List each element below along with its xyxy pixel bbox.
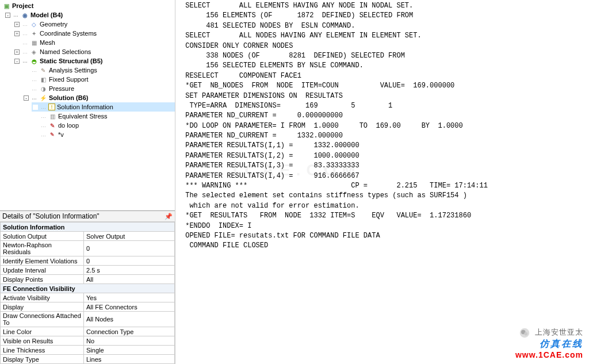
- project-root[interactable]: ▣ Project: [1, 1, 175, 10]
- geometry-node[interactable]: +…◇Geometry: [13, 20, 175, 29]
- coord-icon: ✦: [30, 29, 38, 37]
- output-line: PARAMETER ND_CURRENT = 0.000000000: [181, 111, 583, 121]
- table-row[interactable]: Line ThicknessSingle: [1, 346, 175, 355]
- solution-info-icon: !: [48, 104, 55, 110]
- table-row[interactable]: Update Interval2.5 s: [1, 266, 175, 275]
- table-row[interactable]: Display TypeLines: [1, 355, 175, 364]
- structural-icon: ◓: [30, 57, 38, 65]
- output-line: PARAMETER RESULTATS(I,1) = 1332.000000: [181, 141, 583, 151]
- output-line: 156 ELEMENTS (OF 1872 DEFINED) SELECTED …: [181, 11, 583, 21]
- details-group[interactable]: Solution Information: [1, 223, 175, 232]
- command-icon: ✎: [48, 131, 56, 139]
- equivalent-stress-node[interactable]: …▥Equivalent Stress: [32, 112, 175, 121]
- output-line: The selected element set contains stiffn…: [181, 191, 583, 201]
- table-row[interactable]: Line ColorConnection Type: [1, 327, 175, 336]
- table-row[interactable]: Identify Element Violations0: [1, 256, 175, 266]
- table-row[interactable]: Activate VisibilityYes: [1, 293, 175, 302]
- pressure-node[interactable]: …◑Pressure: [22, 84, 175, 93]
- output-line: SELECT ALL ELEMENTS HAVING ANY NODE IN N…: [181, 1, 583, 11]
- command-icon: ✎: [48, 121, 56, 129]
- do-loop-node[interactable]: …✎do loop: [32, 121, 175, 130]
- output-line: *ENDDO INDEX= I: [181, 221, 583, 231]
- output-line: PARAMETER RESULTATS(I,4) = 916.6666667: [181, 171, 583, 181]
- table-row[interactable]: Visible on ResultsNo: [1, 336, 175, 346]
- output-line: COMMAND FILE CLOSED: [181, 241, 583, 251]
- table-row[interactable]: DisplayAll FE Connectors: [1, 302, 175, 312]
- table-row[interactable]: Draw Connections Attached ToAll Nodes: [1, 312, 175, 327]
- watermark-url: www.1CAE.com: [515, 350, 583, 359]
- collapse-icon[interactable]: -: [5, 13, 10, 18]
- expand-icon[interactable]: +: [14, 49, 20, 55]
- model-tree-panel: ▣ Project - … ◉ Model (B4) +…◇Geometry: [0, 0, 175, 139]
- output-line: SELECT ALL NODES HAVING ANY ELEMENT IN E…: [181, 31, 583, 41]
- output-line: PARAMETER RESULTATS(I,2) = 1000.000000: [181, 151, 583, 161]
- watermark-top: 上海安世亚太: [535, 328, 583, 336]
- output-line: CONSIDER ONLY CORNER NODES: [181, 41, 583, 51]
- output-line: 481 SELECTED NODES BY ESLN COMMAND.: [181, 21, 583, 31]
- collapse-icon[interactable]: -: [24, 95, 29, 101]
- settings-icon: ✎: [39, 66, 47, 74]
- wechat-icon: [519, 328, 530, 338]
- output-line: 338 NODES (OF 8281 DEFINED) SELECTED FRO…: [181, 51, 583, 61]
- output-line: PARAMETER ND_CURRENT = 1332.000000: [181, 131, 583, 141]
- details-title: Details of "Solution Information": [2, 212, 100, 220]
- output-line: SET PARAMETER DIMENSIONS ON RESULTATS: [181, 91, 583, 101]
- output-line: PARAMETER RESULTATS(I,3) = 83.33333333: [181, 161, 583, 171]
- named-sel-node[interactable]: +…◈Named Selections: [13, 47, 175, 56]
- named-sel-icon: ◈: [30, 48, 38, 56]
- output-line: *GET RESULTATS FROM NODE 1332 ITEM=S EQV…: [181, 211, 583, 221]
- mv-node[interactable]: …✎*v: [32, 130, 175, 139]
- analysis-settings-node[interactable]: …✎Analysis Settings: [22, 66, 175, 75]
- watermark-mid: 仿真在线: [515, 338, 583, 350]
- expand-icon[interactable]: +: [14, 31, 20, 36]
- solution-node[interactable]: -…⚡Solution (B6): [22, 93, 175, 102]
- output-line: TYPE=ARRA DIMENSIONS= 169 5 1: [181, 101, 583, 111]
- equivalent-stress-icon: ▥: [48, 112, 56, 120]
- model-icon: ◉: [21, 11, 29, 19]
- output-line: which are not valid for error estimation…: [181, 201, 583, 211]
- table-row[interactable]: Newton-Raphson Residuals0: [1, 241, 175, 256]
- details-table: Solution Information Solution OutputSolv…: [0, 222, 175, 364]
- output-line: RESELECT COMPONENT FACE1: [181, 71, 583, 81]
- expand-icon[interactable]: +: [14, 22, 20, 27]
- details-group[interactable]: FE Connection Visibility: [1, 284, 175, 293]
- output-line: *DO LOOP ON PARAMETER= I FROM 1.0000 TO …: [181, 121, 583, 131]
- collapse-icon[interactable]: -: [14, 59, 20, 64]
- output-line: *GET NB_NODES FROM NODE ITEM=COUN VALUE=…: [181, 81, 583, 91]
- mesh-node[interactable]: …▦Mesh: [13, 38, 175, 47]
- watermark: 上海安世亚太 仿真在线 www.1CAE.com: [515, 327, 583, 359]
- static-structural-node[interactable]: -…◓Static Structural (B5): [13, 56, 175, 66]
- details-panel: Details of "Solution Information" 📌 Solu…: [0, 210, 175, 364]
- solution-icon: ⚡: [39, 94, 47, 102]
- pressure-icon: ◑: [39, 85, 47, 93]
- project-icon: ▣: [2, 2, 10, 10]
- mesh-icon: ▦: [30, 39, 38, 47]
- coord-node[interactable]: +…✦Coordinate Systems: [13, 29, 175, 38]
- svg-point-2: [525, 332, 528, 336]
- fixed-support-node[interactable]: …◧Fixed Support: [22, 75, 175, 84]
- project-label: Project: [12, 2, 33, 9]
- output-line: OPENED FILE= resutats.txt FOR COMMAND FI…: [181, 231, 583, 241]
- model-label: Model (B4): [30, 12, 63, 18]
- table-row[interactable]: Solution OutputSolver Output: [1, 232, 175, 241]
- output-line: 156 SELECTED ELEMENTS BY NSLE COMMAND.: [181, 61, 583, 71]
- pin-icon[interactable]: 📌: [165, 213, 173, 220]
- geometry-icon: ◇: [30, 20, 38, 28]
- model-node[interactable]: - … ◉ Model (B4): [4, 10, 175, 20]
- fixed-support-icon: ◧: [39, 75, 47, 83]
- solver-output-pane[interactable]: SELECT ALL ELEMENTS HAVING ANY NODE IN N…: [175, 0, 589, 364]
- table-row[interactable]: Display PointsAll: [1, 275, 175, 284]
- solution-info-node[interactable]: …!Solution Information: [32, 102, 175, 112]
- output-line: *** WARNING *** CP = 2.215 TIME= 17:14:1…: [181, 181, 583, 191]
